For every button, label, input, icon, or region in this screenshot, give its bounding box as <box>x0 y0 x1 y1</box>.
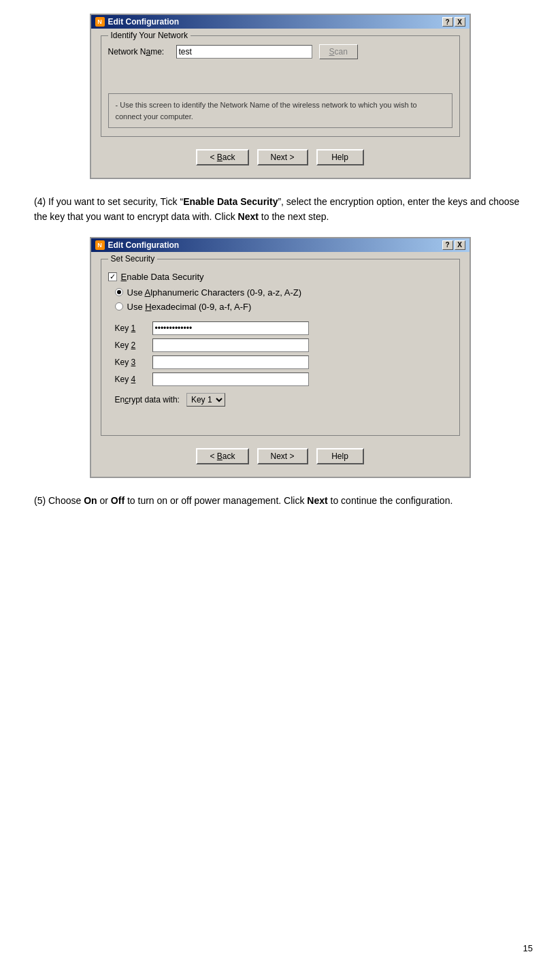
dialog2-icon: N <box>95 240 105 250</box>
dialog2-key4-label: Key 4 <box>115 375 152 384</box>
dialog1-info-text: - Use this screen to identify the Networ… <box>116 101 417 121</box>
dialog2-key1-row: Key 1 <box>115 321 452 335</box>
dialog2-back-button[interactable]: < Back <box>196 448 248 464</box>
paragraph1-text-before: (4) If you want to set security, Tick “ <box>34 196 183 207</box>
dialog1: N Edit Configuration ? X Identify Your N… <box>90 14 471 179</box>
paragraph2-bold-on: On <box>84 495 97 506</box>
dialog1-icon: N <box>95 17 105 27</box>
dialog2-key2-input[interactable] <box>152 338 309 352</box>
dialog2-body: Set Security ✓ Enable Data Security Use … <box>91 252 470 477</box>
dialog2-key3-label: Key 3 <box>115 358 152 367</box>
paragraph2-text-after: to turn on or off power management. Clic… <box>125 495 307 506</box>
dialog2-key4-row: Key 4 <box>115 372 452 386</box>
dialog1-network-name-input[interactable] <box>176 45 312 59</box>
dialog2-title-left: N Edit Configuration <box>95 240 180 250</box>
dialog2-key2-label: Key 2 <box>115 340 152 350</box>
dialog2-encrypt-label: Encrypt data with: <box>115 395 180 405</box>
dialog2-titlebar-buttons: ? X <box>442 240 465 250</box>
paragraph2-bold-next: Next <box>307 495 327 506</box>
dialog1-network-name-row: Network Name: Scan <box>108 44 452 59</box>
dialog2-titlebar: N Edit Configuration ? X <box>91 238 470 252</box>
dialog2-groupbox-legend: Set Security <box>108 254 158 264</box>
dialog1-back-button[interactable]: < Back <box>196 149 248 165</box>
dialog1-title: Edit Configuration <box>108 17 180 27</box>
paragraph1: (4) If you want to set security, Tick “E… <box>34 194 526 225</box>
dialog2-enable-security-checkbox[interactable]: ✓ <box>108 272 117 281</box>
dialog2: N Edit Configuration ? X Set Security ✓ … <box>90 237 471 478</box>
dialog2-enable-security-row: ✓ Enable Data Security <box>108 272 452 282</box>
dialog2-enable-security-label: Enable Data Security <box>121 272 204 282</box>
dialog2-encrypt-row: Encrypt data with: Key 1 Key 2 Key 3 Key… <box>115 393 452 407</box>
dialog1-network-name-label: Network Name: <box>108 47 176 57</box>
dialog2-help-button[interactable]: Help <box>316 448 364 464</box>
dialog1-help-titlebar-btn[interactable]: ? <box>442 17 453 27</box>
dialog2-footer: < Back Next > Help <box>101 443 460 467</box>
dialog2-key4-input[interactable] <box>152 372 309 386</box>
dialog2-radio2[interactable] <box>115 302 123 311</box>
dialog2-key1-label: Key 1 <box>115 323 152 333</box>
dialog1-next-button[interactable]: Next > <box>257 149 308 165</box>
dialog2-help-titlebar-btn[interactable]: ? <box>442 240 453 250</box>
dialog2-radio1-label: Use Alphanumeric Characters (0-9, a-z, A… <box>127 287 301 298</box>
dialog2-radio2-row: Use Hexadecimal (0-9, a-f, A-F) <box>115 302 452 312</box>
dialog2-key2-row: Key 2 <box>115 338 452 352</box>
dialog2-key3-input[interactable] <box>152 355 309 369</box>
dialog1-groupbox-legend: Identify Your Network <box>108 31 191 40</box>
dialog1-body: Identify Your Network Network Name: Scan… <box>91 29 470 178</box>
dialog1-titlebar-buttons: ? X <box>442 17 465 27</box>
page-number: 15 <box>523 943 533 953</box>
dialog1-info-box: - Use this screen to identify the Networ… <box>108 93 452 128</box>
dialog2-close-btn[interactable]: X <box>455 240 465 250</box>
dialog2-next-button[interactable]: Next > <box>257 448 308 464</box>
dialog1-title-left: N Edit Configuration <box>95 17 180 27</box>
dialog1-close-btn[interactable]: X <box>455 17 465 27</box>
dialog2-encrypt-dropdown[interactable]: Key 1 Key 2 Key 3 Key 4 <box>186 393 225 407</box>
dialog2-radio1-row: Use Alphanumeric Characters (0-9, a-z, A… <box>115 287 452 298</box>
dialog2-title: Edit Configuration <box>108 240 180 250</box>
paragraph2: (5) Choose On or Off to turn on or off p… <box>34 493 526 508</box>
paragraph2-text-middle: or <box>97 495 111 506</box>
dialog1-groupbox-content: Network Name: Scan - Use this screen to … <box>108 44 452 128</box>
dialog1-titlebar: N Edit Configuration ? X <box>91 15 470 29</box>
paragraph1-bold-next: Next <box>238 211 259 222</box>
dialog2-groupbox-content: ✓ Enable Data Security Use Alphanumeric … <box>108 272 452 427</box>
dialog2-radio1[interactable] <box>115 288 123 296</box>
dialog2-key1-input[interactable] <box>152 321 309 335</box>
paragraph1-bold-enable: Enable Data Security <box>183 196 278 207</box>
dialog1-footer: < Back Next > Help <box>101 144 460 168</box>
dialog2-key3-row: Key 3 <box>115 355 452 369</box>
paragraph2-text-end: to continue the configuration. <box>328 495 453 506</box>
paragraph2-bold-off: Off <box>111 495 125 506</box>
paragraph2-text-before: (5) Choose <box>34 495 84 506</box>
dialog2-radio2-label: Use Hexadecimal (0-9, a-f, A-F) <box>127 302 252 312</box>
paragraph1-text-end: to the next step. <box>259 211 329 222</box>
dialog1-groupbox: Identify Your Network Network Name: Scan… <box>101 35 460 137</box>
dialog1-scan-button[interactable]: Scan <box>319 44 358 59</box>
dialog1-help-button[interactable]: Help <box>316 149 364 165</box>
dialog2-groupbox: Set Security ✓ Enable Data Security Use … <box>101 259 460 436</box>
